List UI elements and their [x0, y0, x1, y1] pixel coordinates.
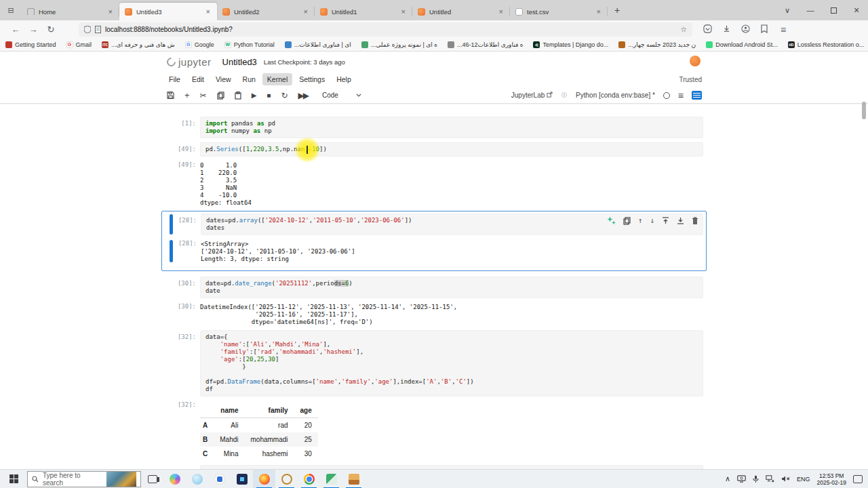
tab-close-icon[interactable]: ×: [205, 7, 212, 16]
extensions-icon[interactable]: [756, 24, 772, 35]
language-indicator[interactable]: ENG: [797, 476, 810, 483]
jupyter-logo[interactable]: jupyter: [167, 56, 212, 68]
taskbar-file-explorer-icon[interactable]: [342, 470, 365, 488]
menu-help[interactable]: Help: [332, 73, 356, 85]
cell-input[interactable]: pd.Series([1,220,3.5,np.nan,-10]): [200, 142, 703, 157]
taskbar-copilot-icon[interactable]: [163, 470, 186, 488]
microphone-icon[interactable]: [753, 475, 759, 483]
chevron-down-icon[interactable]: [356, 94, 361, 97]
tab-close-icon[interactable]: ×: [498, 7, 505, 16]
bookmark-item[interactable]: WPython Tutorial: [224, 41, 275, 48]
copy-icon[interactable]: [217, 92, 224, 100]
tab-close-icon[interactable]: ×: [302, 7, 309, 16]
new-tab-button[interactable]: +: [608, 5, 627, 16]
hidden-icons-chevron[interactable]: ∧: [725, 474, 730, 483]
jupyterlab-link[interactable]: JupyterLab: [511, 92, 553, 99]
checkpoint-text: Last Checkpoint: 3 days ago: [264, 58, 345, 66]
reload-icon[interactable]: ↻: [42, 24, 60, 35]
menu-edit[interactable]: Edit: [187, 73, 209, 85]
run-all-icon[interactable]: ▶▶: [298, 91, 307, 100]
bookmark-item[interactable]: ...ه ای | نمونه پروژه عملی: [361, 41, 437, 48]
taskbar-firefox-icon[interactable]: [253, 470, 275, 488]
search-daily-image[interactable]: [106, 472, 136, 487]
menu-run[interactable]: Run: [238, 73, 260, 85]
paste-icon[interactable]: [235, 92, 241, 100]
menu-kernel[interactable]: Kernel: [262, 73, 292, 85]
taskbar-anaconda-icon[interactable]: [275, 470, 298, 488]
bookmark-star-icon[interactable]: ☆: [680, 25, 687, 34]
tab-close-icon[interactable]: ×: [595, 7, 602, 16]
taskbar-notebook-app-icon[interactable]: [320, 470, 342, 488]
tab-close-icon[interactable]: ×: [107, 7, 114, 16]
taskbar-task-view-icon[interactable]: [141, 470, 163, 488]
bookmark-item[interactable]: GGoogle: [185, 41, 214, 48]
sparkles-icon[interactable]: [607, 216, 616, 225]
menu-icon[interactable]: ≡: [775, 24, 791, 35]
menu-settings[interactable]: Settings: [294, 73, 330, 85]
bookmark-item[interactable]: ITC...ش های فنی و حرفه ای: [102, 41, 175, 48]
menu-file[interactable]: File: [164, 73, 185, 85]
browser-tab-test-csv[interactable]: test.csv ×: [510, 3, 608, 20]
cell-type-dropdown[interactable]: Code: [322, 92, 338, 99]
bookmark-item[interactable]: ...ن جدید 2023 جلسه چهار: [618, 41, 696, 48]
close-button[interactable]: ×: [845, 0, 868, 20]
browser-tab-untitled1[interactable]: Untitled1 ×: [315, 3, 412, 20]
cut-icon[interactable]: ✂: [200, 91, 207, 100]
account-icon[interactable]: [737, 24, 753, 35]
screen-recorder-icon[interactable]: [737, 475, 746, 483]
cell-input[interactable]: date=pd.date_range('20251112',periods=6)…: [200, 277, 703, 298]
kernel-name[interactable]: Python [conda env:base] *: [576, 92, 655, 99]
bookmark-item[interactable]: HDLossless Restoration o...: [788, 41, 865, 48]
taskbar-search-box[interactable]: Type here to search: [27, 471, 141, 487]
volume-muted-icon[interactable]: [781, 475, 790, 483]
insert-above-icon[interactable]: [662, 217, 669, 224]
duplicate-icon[interactable]: [623, 217, 631, 225]
notification-center-icon[interactable]: [853, 475, 863, 483]
trusted-badge[interactable]: Trusted: [679, 76, 702, 83]
pocket-icon[interactable]: [699, 24, 715, 35]
stop-icon[interactable]: ■: [267, 92, 271, 99]
browser-tab-untitled2[interactable]: Untitled2 ×: [217, 3, 315, 20]
minimize-button[interactable]: —: [799, 0, 822, 20]
taskbar-photos-icon[interactable]: [208, 470, 231, 488]
move-down-icon[interactable]: ↓: [650, 216, 654, 225]
tab-close-icon[interactable]: ×: [400, 7, 407, 16]
bookmark-item[interactable]: ...ه فناوری اطلاعات12-46: [448, 41, 523, 48]
notebook-title[interactable]: Untitled3: [222, 57, 257, 67]
start-button[interactable]: [0, 470, 27, 488]
forward-icon[interactable]: →: [24, 24, 42, 35]
back-icon[interactable]: ←: [7, 24, 24, 35]
insert-below-icon[interactable]: [677, 217, 684, 224]
right-panel-icon[interactable]: [692, 91, 702, 100]
bookmark-item[interactable]: ...ای | فناوری اطلاعات: [285, 41, 351, 48]
bookmark-item[interactable]: Getting Started: [5, 41, 56, 48]
cell-input[interactable]: data={ 'name':['Ali','Mahdi','Mina'], 'f…: [200, 330, 703, 396]
file-explorer-icon: [349, 474, 359, 485]
add-icon[interactable]: +: [184, 90, 190, 100]
delete-icon[interactable]: [692, 217, 698, 225]
address-bar[interactable]: localhost:8888/notebooks/Untitled3.ipynb…: [79, 22, 692, 37]
bookmark-item[interactable]: GGmail: [66, 41, 92, 48]
browser-tab-untitled3[interactable]: Untitled3 ×: [119, 3, 217, 20]
menu-view[interactable]: View: [211, 73, 236, 85]
taskbar-browser-globe-icon[interactable]: [186, 470, 208, 488]
restart-icon[interactable]: ↻: [281, 91, 288, 100]
taskbar-code-editor-icon[interactable]: [231, 470, 253, 488]
network-icon[interactable]: [766, 475, 774, 483]
run-icon[interactable]: ▶: [252, 92, 257, 99]
page-scrollbar[interactable]: [862, 102, 866, 119]
tab-manager-icon[interactable]: ⊟: [4, 3, 18, 17]
move-up-icon[interactable]: ↑: [638, 216, 643, 225]
taskbar-clock[interactable]: 12:53 PM2025-02-19: [817, 472, 846, 486]
cell-input[interactable]: dates=pd.array(['2024-10-12','2011-05-10…: [201, 214, 703, 235]
save-icon[interactable]: [167, 92, 174, 99]
cell-input[interactable]: import pandas as pdimport numpy as np: [200, 117, 703, 138]
restore-button[interactable]: [822, 0, 845, 20]
bookmark-item[interactable]: djTemplates | Django do...: [533, 41, 608, 48]
taskbar-chrome-icon[interactable]: [298, 470, 320, 488]
browser-tab-untitled[interactable]: Untitled ×: [412, 3, 510, 20]
downloads-icon[interactable]: [718, 24, 734, 35]
tab-overflow-chevron-icon[interactable]: ∨: [776, 0, 799, 20]
browser-tab-home[interactable]: Home ×: [22, 3, 119, 20]
bookmark-item[interactable]: Download Android St...: [706, 41, 778, 48]
